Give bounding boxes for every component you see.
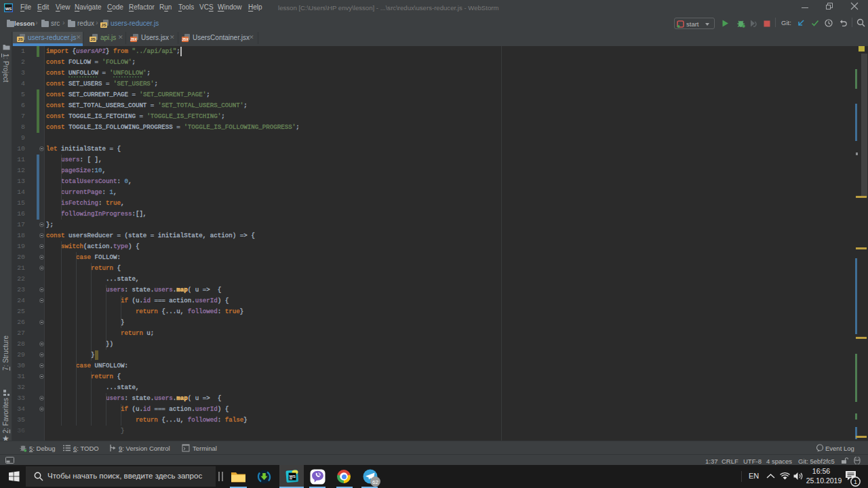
svg-text:WS: WS bbox=[5, 7, 12, 11]
svg-text:62: 62 bbox=[372, 479, 378, 485]
svg-text:1: 1 bbox=[854, 479, 857, 485]
svg-text:WS: WS bbox=[290, 474, 296, 479]
